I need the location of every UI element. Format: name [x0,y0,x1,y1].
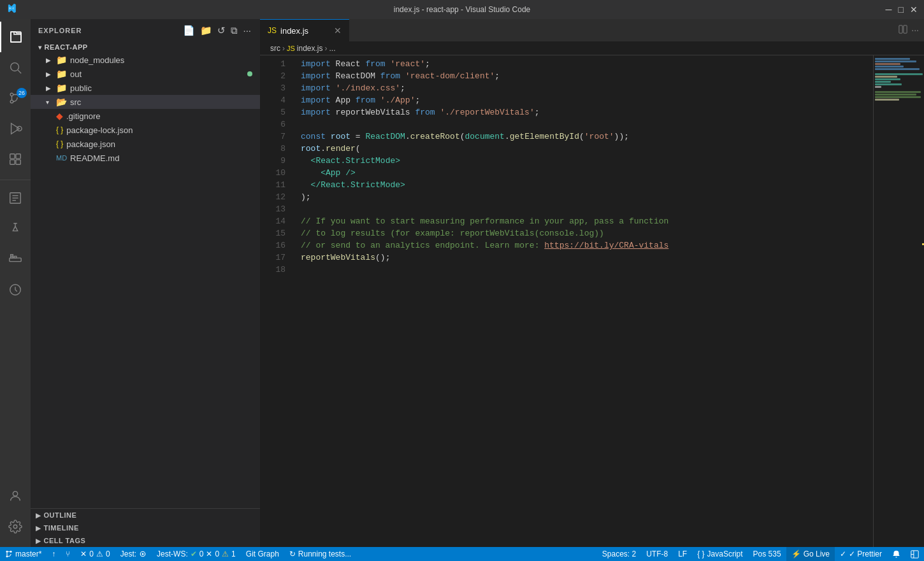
activity-extensions[interactable] [0,144,31,174]
tab-close-button[interactable]: ✕ [334,25,342,36]
tree-item-out[interactable]: ▶ 📁 out [31,67,260,81]
svg-rect-11 [16,160,20,164]
minimap-line [875,68,920,70]
json-icon: { } [56,125,63,134]
minimap-line [875,60,916,62]
line-num-1: 1 [265,58,285,70]
activity-notebook[interactable] [0,183,31,213]
src-label: src [70,97,255,107]
line-num-5: 5 [265,106,285,118]
status-branch[interactable]: master* [0,547,47,561]
tab-split-button[interactable] [899,25,907,36]
status-errors[interactable]: ✕ 0 ⚠ 0 [75,547,115,561]
minimap-line [875,63,900,65]
refresh-button[interactable]: ↺ [216,24,227,38]
line-num-4: 4 [265,94,285,106]
line-num-8: 8 [265,143,285,155]
breadcrumb-ellipsis[interactable]: ... [329,44,336,53]
code-content[interactable]: import React from 'react'; import ReactD… [291,55,873,547]
node-modules-label: node_modules [70,55,255,65]
close-button[interactable]: ✕ [910,4,918,15]
status-jest[interactable]: Jest: [115,547,152,561]
tree-item-gitignore[interactable]: ◆ .gitignore [31,109,260,123]
jest-ws-label: Jest-WS: [157,550,188,558]
activity-bar: 26 [0,19,31,547]
status-go-live[interactable]: ⚡ Go Live [786,547,835,561]
status-fork[interactable]: ⑂ [61,547,75,561]
activity-explorer[interactable] [0,22,31,52]
status-bell[interactable] [887,547,906,561]
line-num-15: 15 [265,227,285,239]
status-running-tests[interactable]: ↻ Running tests... [284,547,356,561]
gitignore-icon: ◆ [56,111,63,121]
more-actions-button[interactable]: ··· [242,24,252,38]
activity-account[interactable] [0,481,31,511]
svg-rect-10 [10,160,15,164]
cell-tags-section[interactable]: ▶ CELL TAGS [31,534,260,547]
error-count: 0 [89,550,94,558]
maximize-button[interactable]: □ [899,4,904,15]
breadcrumb-src-label: src [270,44,280,53]
outline-section[interactable]: ▶ OUTLINE [31,509,260,522]
breadcrumb-ellipsis-label: ... [329,44,336,53]
tree-item-readme[interactable]: MD README.md [31,151,260,165]
status-position[interactable]: Pos 535 [748,547,786,561]
minimize-button[interactable]: ─ [886,4,892,15]
activity-test[interactable] [0,213,31,244]
tree-item-node-modules[interactable]: ▶ 📁 node_modules [31,53,260,67]
project-root[interactable]: ▾ REACT-APP [31,41,260,53]
activity-search[interactable] [0,52,31,83]
timeline-section[interactable]: ▶ TIMELINE [31,522,260,534]
file-tree: ▾ REACT-APP ▶ 📁 node_modules ▶ 📁 out [31,41,260,508]
breadcrumb-js-icon: JS [287,45,295,52]
public-chevron: ▶ [46,85,56,92]
status-jest-ws[interactable]: Jest-WS: ✔ 0 ✕ 0 ⚠ 1 [152,547,241,561]
status-prettier[interactable]: ✓ ✓ Prettier [835,547,887,561]
line-num-7: 7 [265,131,285,143]
editor-tab-index-js[interactable]: JS index.js ✕ [260,19,349,41]
status-layout[interactable] [906,547,924,561]
fork-icon: ⑂ [66,550,70,558]
activity-run[interactable] [0,113,31,144]
activity-timeline[interactable] [0,274,31,305]
status-git-graph[interactable]: Git Graph [241,547,284,561]
activity-settings[interactable] [0,511,31,542]
svg-point-22 [13,525,17,529]
status-spaces[interactable]: Spaces: 2 [597,547,641,561]
jest-ws-warn-count: 1 [231,550,236,558]
jest-ws-err-icon: ✕ [206,550,212,558]
code-editor[interactable]: 1 2 3 4 5 6 7 8 9 10 11 12 13 14 15 16 1… [260,55,924,547]
minimap-line [875,99,899,101]
tree-item-package-lock[interactable]: { } package-lock.json [31,123,260,137]
title-text: index.js - react-app - Visual Studio Cod… [394,5,531,14]
eol-label: LF [678,550,687,558]
tree-item-src[interactable]: ▾ 📂 src [31,95,260,109]
status-language[interactable]: { } JavaScript [692,547,747,561]
new-file-button[interactable]: 📄 [182,24,196,38]
status-encoding[interactable]: UTF-8 [641,547,673,561]
breadcrumb-sep1: › [282,44,285,53]
minimap-line [875,91,921,93]
breadcrumb-file[interactable]: JS index.js [287,44,323,53]
tab-more-button[interactable]: ··· [911,25,919,36]
line-num-11: 11 [265,179,285,191]
go-live-label: Go Live [804,550,830,558]
warning-count: 0 [106,550,110,558]
prettier-icon: ✓ [840,550,846,558]
breadcrumb-filename: index.js [297,44,323,53]
breadcrumb-src[interactable]: src [270,44,280,53]
collapse-all-button[interactable]: ⧉ [229,24,239,38]
svg-point-26 [10,551,12,553]
tree-item-package-json[interactable]: { } package.json [31,137,260,151]
activity-docker[interactable] [0,244,31,274]
tree-item-public[interactable]: ▶ 📁 public [31,81,260,95]
minimap [873,55,924,547]
new-folder-button[interactable]: 📁 [199,24,213,38]
title-bar: index.js - react-app - Visual Studio Cod… [0,0,924,19]
status-sync[interactable]: ↑ [47,547,61,561]
svg-rect-18 [14,256,17,258]
minimap-line [875,81,891,83]
svg-rect-24 [904,25,907,33]
activity-source-control[interactable]: 26 [0,83,31,113]
status-eol[interactable]: LF [673,547,692,561]
